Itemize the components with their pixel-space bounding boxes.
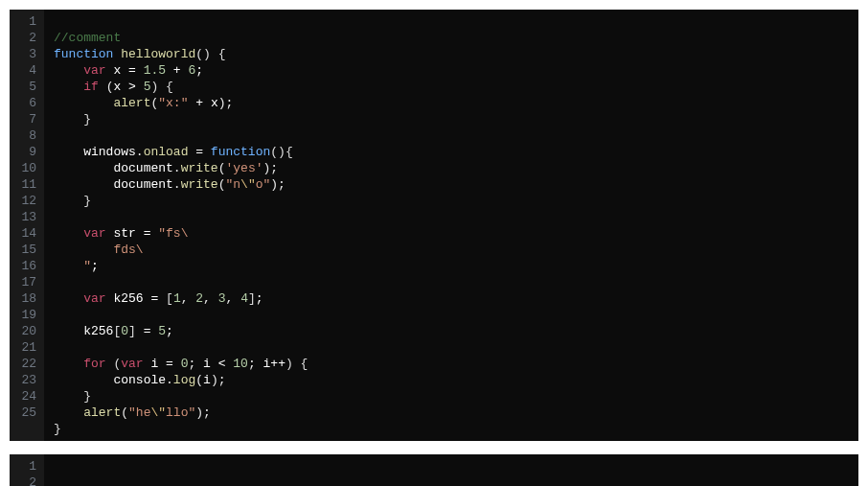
code-token: ++ [270, 357, 286, 371]
code-line: console.log(i); [54, 373, 225, 387]
code-token: write [181, 177, 218, 192]
code-token: 4 [240, 291, 248, 306]
code-token: 3 [218, 291, 226, 306]
line-number: 7 [15, 111, 36, 127]
code-line: alert("x:" + x); [54, 96, 233, 110]
line-number: 20 [15, 323, 36, 339]
line-number: 2 [15, 474, 36, 486]
code-line: } [54, 389, 91, 404]
code-token: ; [166, 324, 173, 338]
code-token: alert [113, 96, 150, 110]
code-line: document.write("n\"o"); [54, 177, 286, 192]
code-line: } [54, 112, 91, 127]
code-line: k256[0] = 5; [54, 324, 173, 338]
code-token: < [211, 357, 233, 371]
code-token: } [83, 194, 91, 208]
code-token: . [173, 161, 181, 175]
code-token: , [226, 291, 241, 306]
line-number: 3 [15, 46, 36, 62]
code-line: var x = 1.5 + 6; [54, 63, 203, 78]
code-token: console [113, 373, 166, 387]
code-line: "; [54, 259, 99, 273]
code-token: ( [106, 357, 122, 371]
line-number: 24 [15, 388, 36, 405]
line-number: 22 [15, 356, 36, 372]
code-token: } [83, 389, 91, 404]
code-token: ; [91, 259, 99, 273]
code-token: 10 [233, 357, 248, 371]
line-number: 10 [15, 160, 36, 176]
line-number: 15 [15, 242, 36, 258]
line-number: 6 [15, 95, 36, 111]
code-line: } [54, 194, 91, 208]
code-token: var [83, 291, 105, 306]
code-token: k256 [113, 291, 143, 306]
code-token: ; [256, 291, 263, 306]
code-token: i [203, 373, 211, 387]
code-line: var str = "fs\ [54, 226, 188, 241]
code-token: llo" [166, 405, 195, 420]
code-token: k256 [83, 324, 113, 338]
code-token: (){ [270, 145, 292, 159]
code-token: , [203, 291, 218, 306]
code-line: if (x > 5) { [54, 80, 173, 94]
code-content[interactable]: <span he="fe" jk="3">fsdfd</span> [44, 454, 858, 486]
code-line: for (var i = 0; i < 10; i++) { [54, 357, 308, 371]
code-line [54, 475, 61, 486]
code-token: . [173, 177, 181, 192]
code-token: ) { [286, 357, 308, 371]
code-token: "fs\ [158, 226, 188, 241]
code-token: = [158, 357, 180, 371]
code-token: log [173, 373, 195, 387]
code-token: document [113, 177, 172, 192]
code-token [54, 259, 83, 273]
code-token: var [83, 63, 105, 78]
code-token: alert [83, 405, 121, 420]
code-token: } [54, 422, 61, 436]
code-token: + [166, 63, 188, 78]
line-number: 21 [15, 339, 36, 356]
code-token: ) { [150, 80, 172, 94]
code-token: var [83, 226, 105, 241]
code-token: \" [240, 177, 256, 192]
code-token: 5 [158, 324, 166, 338]
code-token: 1 [173, 291, 181, 306]
code-token: onload [144, 145, 189, 159]
code-token: function [211, 145, 270, 159]
code-line [54, 128, 61, 143]
code-token: if [83, 80, 99, 94]
line-number: 8 [15, 127, 36, 144]
code-token: windows [83, 145, 136, 159]
code-token: , [181, 291, 196, 306]
code-token: } [83, 112, 91, 127]
code-token: ; [195, 63, 203, 78]
code-line: } [54, 422, 61, 436]
code-token: str [113, 226, 135, 241]
line-gutter: 123 [10, 454, 44, 486]
code-token: fds\ [113, 243, 143, 257]
code-token: \" [150, 405, 166, 420]
line-number: 16 [15, 258, 36, 274]
code-line: function helloworld() { [54, 47, 225, 61]
code-token: = [121, 63, 143, 78]
code-token [54, 243, 113, 257]
code-token: document [113, 161, 172, 175]
code-editor-js: 1234567891011121314151617181920212223242… [10, 10, 858, 441]
line-number: 14 [15, 225, 36, 242]
line-number: 23 [15, 372, 36, 388]
code-token: helloworld [121, 47, 195, 61]
code-line: fds\ [54, 243, 144, 257]
code-line [54, 210, 61, 224]
code-token: = [136, 226, 158, 241]
code-token: 1.5 [144, 63, 166, 78]
code-token: "x:" [158, 96, 188, 110]
code-token: > [121, 80, 143, 94]
line-gutter: 1234567891011121314151617181920212223242… [10, 10, 44, 441]
code-editor-html: 123 <span he="fe" jk="3">fsdfd</span> [10, 454, 858, 486]
line-number: 13 [15, 209, 36, 225]
code-content[interactable]: //comment function helloworld() { var x … [44, 10, 858, 441]
code-token: ; [188, 357, 203, 371]
line-number: 11 [15, 176, 36, 193]
code-token: . [166, 373, 173, 387]
code-token: + [188, 96, 210, 110]
